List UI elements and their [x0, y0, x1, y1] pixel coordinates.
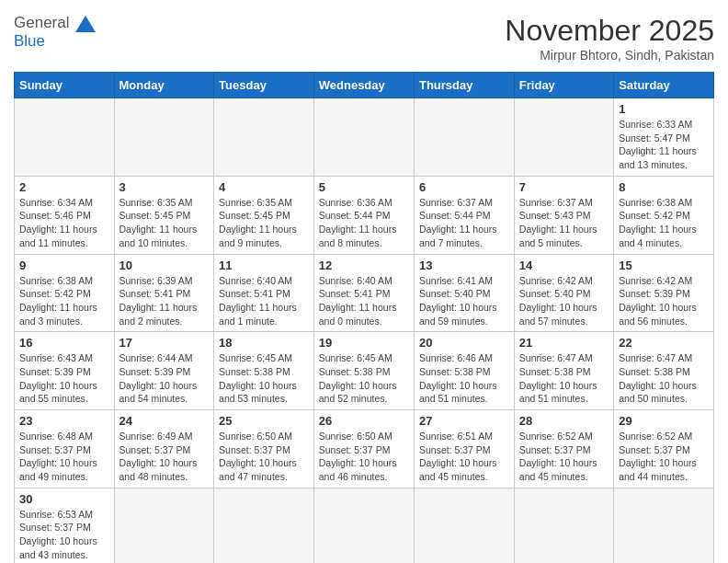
logo: General Blue	[14, 14, 96, 52]
calendar-cell: 8Sunrise: 6:38 AM Sunset: 5:42 PM Daylig…	[614, 176, 714, 254]
calendar-cell: 28Sunrise: 6:52 AM Sunset: 5:37 PM Dayli…	[514, 410, 613, 488]
calendar-cell: 14Sunrise: 6:42 AM Sunset: 5:40 PM Dayli…	[514, 254, 613, 332]
calendar-cell	[414, 488, 514, 563]
calendar-cell	[313, 98, 414, 177]
calendar-cell: 29Sunrise: 6:52 AM Sunset: 5:37 PM Dayli…	[614, 410, 714, 488]
day-number: 8	[619, 180, 709, 194]
day-number: 3	[119, 180, 210, 194]
day-info: Sunrise: 6:41 AM Sunset: 5:40 PM Dayligh…	[419, 274, 509, 328]
day-number: 14	[519, 259, 609, 272]
day-number: 6	[419, 180, 509, 194]
weekday-header-saturday: Saturday	[614, 73, 714, 98]
day-info: Sunrise: 6:43 AM Sunset: 5:39 PM Dayligh…	[19, 351, 109, 406]
calendar-cell: 2Sunrise: 6:34 AM Sunset: 5:46 PM Daylig…	[15, 176, 115, 254]
day-info: Sunrise: 6:36 AM Sunset: 5:44 PM Dayligh…	[319, 196, 409, 250]
logo-container: General Blue	[14, 14, 96, 52]
location-subtitle: Mirpur Bhtoro, Sindh, Pakistan	[505, 48, 714, 63]
day-number: 26	[319, 414, 409, 428]
calendar-cell: 3Sunrise: 6:35 AM Sunset: 5:45 PM Daylig…	[114, 176, 214, 254]
calendar-cell: 6Sunrise: 6:37 AM Sunset: 5:44 PM Daylig…	[414, 176, 514, 254]
calendar-cell: 23Sunrise: 6:48 AM Sunset: 5:37 PM Dayli…	[15, 410, 115, 488]
day-info: Sunrise: 6:47 AM Sunset: 5:38 PM Dayligh…	[619, 351, 709, 406]
day-number: 11	[219, 259, 309, 272]
weekday-header-tuesday: Tuesday	[214, 73, 314, 98]
day-info: Sunrise: 6:47 AM Sunset: 5:38 PM Dayligh…	[519, 351, 609, 406]
day-info: Sunrise: 6:42 AM Sunset: 5:40 PM Dayligh…	[519, 274, 609, 328]
calendar-cell: 4Sunrise: 6:35 AM Sunset: 5:45 PM Daylig…	[214, 176, 314, 254]
day-number: 15	[619, 259, 709, 272]
day-number: 7	[519, 180, 609, 194]
day-number: 18	[219, 336, 309, 350]
day-info: Sunrise: 6:35 AM Sunset: 5:45 PM Dayligh…	[219, 196, 309, 250]
weekday-header-sunday: Sunday	[15, 73, 115, 98]
calendar-cell	[15, 98, 115, 177]
calendar-week-row: 23Sunrise: 6:48 AM Sunset: 5:37 PM Dayli…	[15, 410, 714, 488]
day-number: 9	[19, 259, 109, 272]
day-number: 27	[419, 414, 509, 428]
calendar-cell: 24Sunrise: 6:49 AM Sunset: 5:37 PM Dayli…	[114, 410, 214, 488]
day-info: Sunrise: 6:42 AM Sunset: 5:39 PM Dayligh…	[619, 274, 709, 328]
calendar-cell	[214, 98, 314, 177]
day-info: Sunrise: 6:50 AM Sunset: 5:37 PM Dayligh…	[319, 430, 409, 484]
day-number: 1	[619, 102, 709, 116]
calendar-cell: 15Sunrise: 6:42 AM Sunset: 5:39 PM Dayli…	[614, 254, 714, 332]
calendar-cell	[114, 98, 214, 177]
day-number: 12	[319, 259, 409, 272]
day-info: Sunrise: 6:39 AM Sunset: 5:41 PM Dayligh…	[119, 274, 210, 328]
calendar-cell	[514, 488, 613, 563]
calendar-cell: 1Sunrise: 6:33 AM Sunset: 5:47 PM Daylig…	[614, 98, 714, 177]
day-number: 30	[19, 492, 109, 506]
day-number: 21	[519, 336, 609, 350]
calendar-week-row: 2Sunrise: 6:34 AM Sunset: 5:46 PM Daylig…	[15, 176, 714, 254]
day-number: 4	[219, 180, 309, 194]
day-info: Sunrise: 6:45 AM Sunset: 5:38 PM Dayligh…	[319, 351, 409, 406]
day-number: 23	[19, 414, 109, 428]
calendar-cell: 20Sunrise: 6:46 AM Sunset: 5:38 PM Dayli…	[414, 332, 514, 410]
weekday-header-wednesday: Wednesday	[313, 73, 414, 98]
calendar-week-row: 9Sunrise: 6:38 AM Sunset: 5:42 PM Daylig…	[15, 254, 714, 332]
day-info: Sunrise: 6:51 AM Sunset: 5:37 PM Dayligh…	[419, 430, 509, 484]
day-number: 17	[119, 336, 210, 350]
calendar-cell: 18Sunrise: 6:45 AM Sunset: 5:38 PM Dayli…	[214, 332, 314, 410]
day-number: 28	[519, 414, 609, 428]
calendar-cell	[313, 488, 414, 563]
day-number: 24	[119, 414, 210, 428]
day-info: Sunrise: 6:38 AM Sunset: 5:42 PM Dayligh…	[619, 196, 709, 250]
calendar-cell: 26Sunrise: 6:50 AM Sunset: 5:37 PM Dayli…	[313, 410, 414, 488]
calendar-cell: 25Sunrise: 6:50 AM Sunset: 5:37 PM Dayli…	[214, 410, 314, 488]
day-number: 2	[19, 180, 109, 194]
month-title: November 2025	[505, 14, 714, 48]
weekday-header-thursday: Thursday	[414, 73, 514, 98]
weekday-header-monday: Monday	[114, 73, 214, 98]
day-number: 22	[619, 336, 709, 350]
day-info: Sunrise: 6:34 AM Sunset: 5:46 PM Dayligh…	[19, 196, 109, 250]
calendar-cell: 19Sunrise: 6:45 AM Sunset: 5:38 PM Dayli…	[313, 332, 414, 410]
calendar-cell: 16Sunrise: 6:43 AM Sunset: 5:39 PM Dayli…	[15, 332, 115, 410]
day-info: Sunrise: 6:45 AM Sunset: 5:38 PM Dayligh…	[219, 351, 309, 406]
day-info: Sunrise: 6:52 AM Sunset: 5:37 PM Dayligh…	[619, 430, 709, 484]
calendar-cell	[214, 488, 314, 563]
day-info: Sunrise: 6:40 AM Sunset: 5:41 PM Dayligh…	[219, 274, 309, 328]
day-info: Sunrise: 6:35 AM Sunset: 5:45 PM Dayligh…	[119, 196, 210, 250]
calendar-cell: 5Sunrise: 6:36 AM Sunset: 5:44 PM Daylig…	[313, 176, 414, 254]
day-info: Sunrise: 6:52 AM Sunset: 5:37 PM Dayligh…	[519, 430, 609, 484]
calendar-cell: 13Sunrise: 6:41 AM Sunset: 5:40 PM Dayli…	[414, 254, 514, 332]
logo-triangle-icon	[75, 16, 96, 32]
day-info: Sunrise: 6:40 AM Sunset: 5:41 PM Dayligh…	[319, 274, 409, 328]
day-number: 29	[619, 414, 709, 428]
calendar-cell	[414, 98, 514, 177]
calendar-cell: 21Sunrise: 6:47 AM Sunset: 5:38 PM Dayli…	[514, 332, 613, 410]
day-info: Sunrise: 6:46 AM Sunset: 5:38 PM Dayligh…	[419, 351, 509, 406]
calendar-cell: 11Sunrise: 6:40 AM Sunset: 5:41 PM Dayli…	[214, 254, 314, 332]
calendar-cell: 17Sunrise: 6:44 AM Sunset: 5:39 PM Dayli…	[114, 332, 214, 410]
logo-blue: Blue	[14, 32, 45, 50]
day-info: Sunrise: 6:49 AM Sunset: 5:37 PM Dayligh…	[119, 430, 210, 484]
day-number: 13	[419, 259, 509, 272]
calendar-week-row: 16Sunrise: 6:43 AM Sunset: 5:39 PM Dayli…	[15, 332, 714, 410]
calendar-cell: 10Sunrise: 6:39 AM Sunset: 5:41 PM Dayli…	[114, 254, 214, 332]
calendar-cell: 27Sunrise: 6:51 AM Sunset: 5:37 PM Dayli…	[414, 410, 514, 488]
page-header: General Blue November 2025 Mirpur Bhtoro…	[14, 14, 714, 63]
calendar-week-row: 30Sunrise: 6:53 AM Sunset: 5:37 PM Dayli…	[15, 488, 714, 563]
day-number: 19	[319, 336, 409, 350]
day-info: Sunrise: 6:38 AM Sunset: 5:42 PM Dayligh…	[19, 274, 109, 328]
